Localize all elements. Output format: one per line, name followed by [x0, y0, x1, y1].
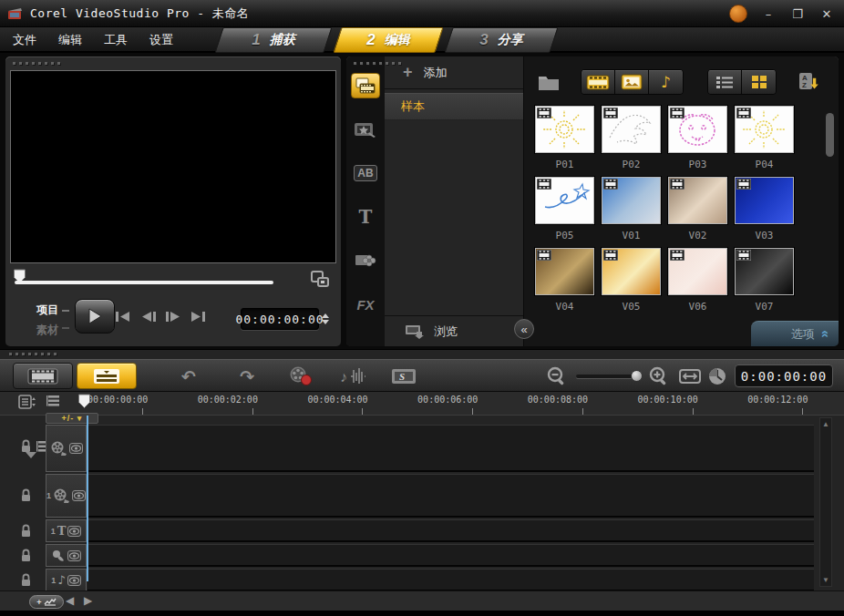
eye-icon[interactable] [67, 550, 81, 561]
browse-button[interactable]: 浏览 [385, 315, 523, 346]
record-capture-button[interactable] [287, 364, 314, 389]
next-frame-button[interactable] [161, 306, 185, 326]
sort-button[interactable]: AZ [797, 71, 822, 93]
lock-icon[interactable] [20, 439, 32, 453]
corel-balloon-icon[interactable] [729, 5, 747, 23]
thumbnail-image[interactable] [535, 106, 594, 153]
eye-icon[interactable] [69, 443, 83, 454]
add-folder-button[interactable]: + 添加 [385, 56, 523, 89]
show-all-tracks-icon[interactable] [46, 395, 60, 409]
go-to-end-button[interactable] [186, 306, 210, 326]
go-to-start-button[interactable] [111, 306, 135, 326]
filter-photo-button[interactable] [615, 70, 649, 94]
overlay-track-row[interactable]: 1 [0, 474, 844, 518]
gallery-scrollbar-thumb[interactable] [826, 113, 834, 157]
title-track-header[interactable]: 1 T [46, 519, 87, 542]
thumbnail-image[interactable] [735, 248, 794, 295]
sidebar-item-graphic[interactable] [351, 248, 380, 273]
panel-grip[interactable] [9, 353, 57, 355]
close-button[interactable]: ✕ [818, 7, 835, 21]
music-track-header[interactable]: 1 ♪ [46, 569, 87, 591]
add-remove-track-button[interactable]: +/- ▾ [46, 413, 98, 424]
gallery-item[interactable]: V05 [602, 248, 668, 313]
thumbnail-image[interactable] [602, 248, 661, 295]
scroll-down-icon[interactable]: ▼ [822, 576, 829, 584]
storyboard-view-button[interactable] [13, 363, 73, 389]
music-track-body[interactable] [87, 569, 814, 591]
menu-file[interactable]: 文件 [13, 32, 36, 48]
sound-mixer-button[interactable]: ♪ [339, 364, 366, 389]
thumbnail-image[interactable] [668, 106, 727, 153]
scroll-up-icon[interactable]: ▲ [822, 420, 829, 428]
timecode-spinner[interactable] [322, 308, 332, 330]
eye-icon[interactable] [72, 490, 86, 501]
video-track-body[interactable] [87, 425, 814, 472]
timeline-vertical-scrollbar[interactable]: ▲ ▼ [819, 417, 832, 587]
options-bar[interactable]: 选项 « [751, 321, 839, 346]
lock-icon[interactable] [20, 573, 32, 587]
spin-up-icon[interactable] [322, 313, 329, 318]
gallery-item[interactable]: P02 [602, 106, 668, 170]
zoom-slider-thumb[interactable] [631, 370, 643, 382]
preview-video-area[interactable] [10, 70, 336, 263]
sidebar-item-instant-project[interactable] [351, 117, 380, 142]
folder-item-sample[interactable]: 样本 [385, 93, 523, 120]
tab-edit[interactable]: 2 编辑 [334, 27, 443, 53]
timeline-ruler[interactable]: 00:00:00:0000:00:02:0000:00:04:0000:00:0… [0, 392, 844, 416]
timeline-zoom-slider[interactable] [576, 375, 642, 378]
overlay-track-header[interactable]: 1 [46, 474, 87, 518]
timeline-view-button[interactable] [77, 363, 137, 389]
thumbnail-image[interactable] [735, 177, 794, 224]
chapter-point-button[interactable]: + [29, 595, 64, 609]
menu-settings[interactable]: 设置 [149, 32, 173, 48]
sidebar-item-title[interactable]: T [351, 204, 380, 230]
enlarge-preview-icon[interactable] [310, 270, 330, 288]
title-bar[interactable]: Corel VideoStudio Pro - 未命名 – ❐ ✕ [0, 0, 844, 27]
video-track-header[interactable] [46, 425, 87, 472]
auto-music-button[interactable]: S [390, 364, 417, 389]
import-folder-icon[interactable] [537, 72, 561, 92]
playhead[interactable] [77, 394, 91, 409]
scrubber-track[interactable] [15, 281, 273, 284]
voice-track-header[interactable] [46, 544, 87, 567]
previous-frame-button[interactable] [137, 306, 160, 326]
gallery-item[interactable]: P04 [735, 106, 801, 170]
sidebar-item-filter[interactable]: FX [351, 292, 380, 317]
lock-icon[interactable] [20, 524, 32, 538]
project-mode-label[interactable]: 项目 [36, 303, 58, 318]
thumbnail-image[interactable] [602, 177, 661, 224]
filter-audio-button[interactable]: ♪ [649, 70, 683, 94]
eye-icon[interactable] [67, 575, 81, 586]
timeline-timecode[interactable]: 0:00:00:00 [735, 364, 833, 387]
clip-mode-label[interactable]: 素材 [36, 323, 58, 338]
lock-icon[interactable] [20, 488, 32, 502]
gallery-item[interactable]: V04 [535, 248, 602, 313]
lock-icon[interactable] [20, 549, 32, 562]
preview-timecode[interactable]: 00:00:00:00 [241, 308, 319, 330]
scroll-right-icon[interactable]: ▶ [84, 594, 92, 607]
music-track-row[interactable]: 1 ♪ [0, 569, 844, 591]
gallery-item[interactable]: P01 [535, 106, 602, 170]
tab-capture[interactable]: 1 捕获 [215, 27, 332, 53]
ruler-scale[interactable]: 00:00:00:0000:00:02:0000:00:04:0000:00:0… [77, 392, 816, 416]
scroll-left-icon[interactable]: ◀ [66, 594, 74, 607]
gallery-item[interactable]: V07 [735, 248, 801, 313]
overlay-track-body[interactable] [87, 474, 814, 518]
thumbnail-image[interactable] [668, 177, 727, 224]
title-track-body[interactable] [87, 519, 814, 542]
zoom-out-button[interactable] [543, 364, 571, 389]
panel-grip[interactable] [354, 62, 401, 65]
zoom-in-button[interactable] [645, 364, 673, 389]
eye-icon[interactable] [67, 526, 81, 537]
spin-down-icon[interactable] [322, 320, 329, 324]
thumbnail-image[interactable] [535, 177, 594, 224]
gallery-item[interactable]: P03 [668, 106, 735, 170]
thumbnail-image[interactable] [735, 106, 794, 153]
minimize-button[interactable]: – [760, 7, 777, 21]
gallery-item[interactable]: V06 [668, 248, 735, 313]
thumbnail-image[interactable] [535, 248, 594, 295]
track-dropdown-icon[interactable] [26, 452, 36, 458]
redo-button[interactable]: ↷ [233, 364, 261, 389]
maximize-button[interactable]: ❐ [789, 7, 806, 21]
filter-video-button[interactable] [582, 70, 615, 94]
